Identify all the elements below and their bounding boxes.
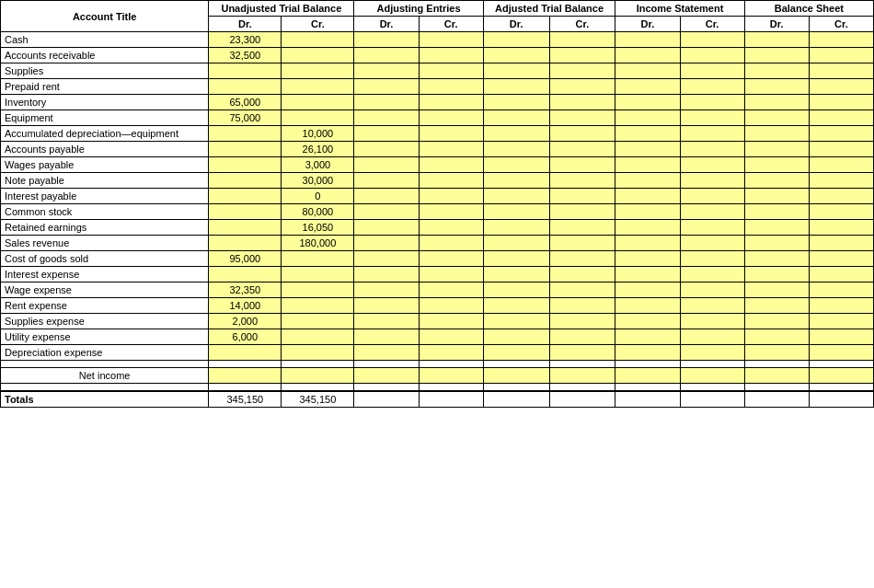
ae-dr-cell <box>354 79 419 95</box>
is-dr-cell <box>615 48 680 63</box>
table-row: Prepaid rent <box>1 79 874 95</box>
account-cell: Interest expense <box>1 267 209 282</box>
table-row: Accounts payable26,100 <box>1 142 874 157</box>
ae-cr-cell <box>419 173 483 189</box>
utb-dr-cell <box>209 236 282 251</box>
separator-cell <box>744 384 809 391</box>
utb-cr-cell <box>282 314 354 329</box>
is-cr-cell <box>680 189 744 204</box>
is-cr-cell <box>680 282 744 298</box>
table-row: Interest expense <box>1 267 874 282</box>
adjusted-trial-balance-header: Adjusted Trial Balance <box>483 1 615 17</box>
bs-cr-cell <box>809 314 873 329</box>
bs-cr-cell <box>809 298 873 314</box>
atb-dr-cell <box>483 48 549 63</box>
bs-dr-cell <box>744 157 809 173</box>
is-dr-cell <box>615 267 680 282</box>
utb-cr-cell <box>282 298 354 314</box>
ae-cr-cell <box>419 63 483 79</box>
atb-dr-cell <box>483 204 549 220</box>
table-row: Utility expense6,000 <box>1 329 874 345</box>
separator-cell <box>282 384 354 391</box>
utb-cr-cell: 30,000 <box>282 173 354 189</box>
utb-dr-cell <box>209 79 282 95</box>
header-row-1: Account Title Unadjusted Trial Balance A… <box>1 1 874 17</box>
atb-cr-cell <box>549 282 615 298</box>
bs-cr-cell <box>809 251 873 267</box>
ae-dr-cell <box>354 236 419 251</box>
separator-cell <box>483 361 549 368</box>
utb-cr-cell: 80,000 <box>282 204 354 220</box>
ae-cr-cell <box>419 251 483 267</box>
utb-cr-cell <box>282 79 354 95</box>
ae-cr-cell <box>419 142 483 157</box>
ae-dr-cell <box>354 298 419 314</box>
ae-dr-cell <box>354 329 419 345</box>
is-dr-cell <box>615 236 680 251</box>
bs-cr-cell <box>809 126 873 142</box>
ae-cr-cell <box>419 282 483 298</box>
is-cr-cell <box>680 314 744 329</box>
ae-cr-cell <box>419 189 483 204</box>
utb-cr-cell <box>282 251 354 267</box>
bs-cr-cell <box>809 204 873 220</box>
table-row: Note payable30,000 <box>1 173 874 189</box>
atb-cr-cell <box>549 314 615 329</box>
atb-cr-cell <box>549 298 615 314</box>
bs-cr-cell <box>809 173 873 189</box>
table-row: Sales revenue180,000 <box>1 236 874 251</box>
bs-dr-cell <box>744 298 809 314</box>
bs-dr-cell <box>744 220 809 236</box>
utb-cr-cell <box>282 63 354 79</box>
is-cr-cell <box>680 95 744 110</box>
unadjusted-trial-balance-header: Unadjusted Trial Balance <box>209 1 354 17</box>
utb-dr-cell: 32,500 <box>209 48 282 63</box>
account-cell: Depreciation expense <box>1 345 209 361</box>
atb-cr-cell <box>549 204 615 220</box>
utb-dr-cell: 32,350 <box>209 282 282 298</box>
utb-dr-cell: 2,000 <box>209 314 282 329</box>
bs-cr-cell <box>809 267 873 282</box>
separator-cell <box>282 361 354 368</box>
utb-dr-cell: 75,000 <box>209 110 282 126</box>
bs-dr-cell <box>744 95 809 110</box>
utb-cr-cell <box>282 110 354 126</box>
utb-cr-cell <box>282 345 354 361</box>
is-dr-cell <box>615 173 680 189</box>
bs-dr-cell <box>744 63 809 79</box>
is-dr-cell <box>615 63 680 79</box>
totals-bs-cr <box>809 391 873 408</box>
bs-cr-cell <box>809 79 873 95</box>
is-cr-cell <box>680 110 744 126</box>
atb-cr-cell <box>549 157 615 173</box>
account-cell: Interest payable <box>1 189 209 204</box>
table-row: Common stock80,000 <box>1 204 874 220</box>
utb-dr-cell <box>209 63 282 79</box>
bs-cr-cell <box>809 220 873 236</box>
account-cell: Equipment <box>1 110 209 126</box>
is-cr-cell <box>680 157 744 173</box>
is-dr-cell <box>615 314 680 329</box>
bs-dr-cell <box>744 173 809 189</box>
atb-dr-cell <box>483 110 549 126</box>
is-cr-cell <box>680 345 744 361</box>
atb-dr-cell <box>483 157 549 173</box>
ni-atb-cr <box>549 368 615 384</box>
is-dr-cell <box>615 282 680 298</box>
is-cr-cell <box>680 267 744 282</box>
separator-cell <box>419 361 483 368</box>
atb-cr-header: Cr. <box>549 17 615 32</box>
table-row: Accounts receivable32,500 <box>1 48 874 63</box>
utb-dr-cell <box>209 126 282 142</box>
totals-ae-dr <box>354 391 419 408</box>
atb-cr-cell <box>549 329 615 345</box>
is-dr-cell <box>615 142 680 157</box>
account-cell: Utility expense <box>1 329 209 345</box>
totals-bs-dr <box>744 391 809 408</box>
account-cell: Supplies expense <box>1 314 209 329</box>
ae-cr-cell <box>419 329 483 345</box>
ae-dr-cell <box>354 251 419 267</box>
atb-cr-cell <box>549 173 615 189</box>
atb-dr-cell <box>483 267 549 282</box>
bs-cr-cell <box>809 95 873 110</box>
